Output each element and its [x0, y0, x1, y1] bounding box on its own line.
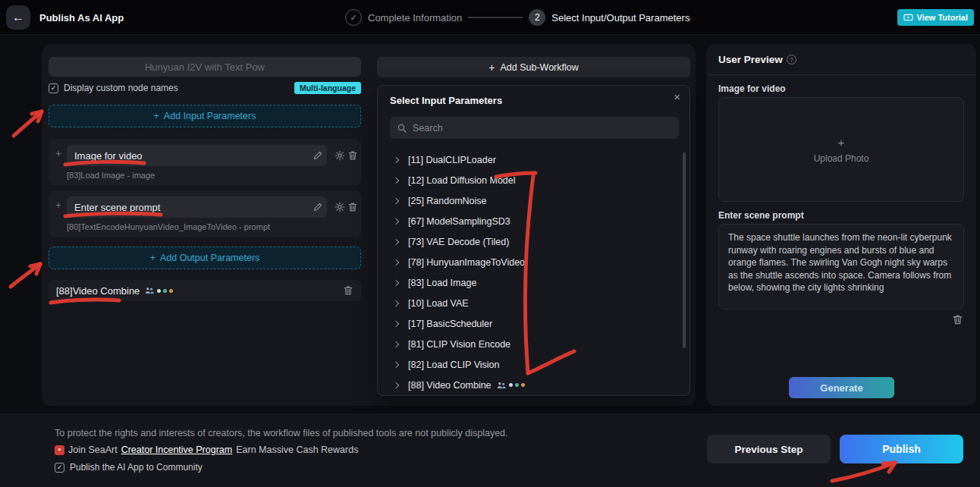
plus-icon: + — [488, 61, 495, 74]
plus-icon: + — [838, 136, 845, 149]
workflow-name-input[interactable] — [49, 57, 361, 77]
display-node-names-label: Display custom node names — [64, 83, 178, 93]
add-input-parameters-button[interactable]: + Add Input Parameters — [49, 105, 361, 127]
param-name-input[interactable] — [67, 196, 327, 218]
publish-ai-app-page: ← Publish As AI App ✓ Complete Informati… — [0, 0, 980, 487]
list-item[interactable]: [10] Load VAE — [390, 293, 674, 313]
step2-circle: 2 — [529, 9, 545, 26]
trash-icon[interactable] — [347, 150, 358, 161]
status-dot-icon — [515, 383, 519, 387]
multi-language-badge[interactable]: Multi-language — [294, 82, 361, 94]
chevron-right-icon — [393, 218, 399, 224]
annotation-arrow-add-output — [11, 264, 40, 287]
panel-title: Select Input Parameters — [390, 95, 502, 106]
list-item-label: [17] BasicScheduler — [408, 319, 492, 329]
list-item-label: [67] ModelSamplingSD3 — [408, 216, 510, 227]
list-item[interactable]: [78] HunyuanImageToVideo — [390, 252, 674, 272]
list-item[interactable]: [81] CLIP Vision Encode — [390, 334, 674, 354]
param-source-label: [80]TextEncodeHunyuanVideo_ImageToVideo … — [67, 222, 270, 231]
trash-icon[interactable] — [343, 285, 353, 296]
search-input[interactable] — [413, 123, 663, 134]
chevron-right-icon — [393, 156, 399, 162]
list-item[interactable]: [67] ModelSamplingSD3 — [390, 211, 674, 231]
node-list: [11] DualCLIPLoader [12] Load Diffusion … — [390, 149, 674, 395]
image-field-label: Image for video — [718, 83, 786, 94]
user-preview-card: User Preview ? Image for video + Upload … — [706, 44, 976, 406]
list-item[interactable]: [11] DualCLIPLoader — [390, 149, 674, 170]
list-item-label: [88] Video Combine — [408, 380, 492, 391]
plus-icon: + — [150, 253, 155, 263]
annotation-arrowhead — [30, 264, 40, 266]
publish-community-checkbox[interactable]: ✓ — [55, 463, 64, 473]
annotation-arrowhead — [36, 264, 40, 274]
prompt-field-label: Enter scene prompt — [718, 210, 804, 221]
user-preview-header: User Preview ? — [718, 54, 796, 65]
display-node-names-checkbox[interactable]: ✓ — [49, 83, 58, 93]
view-tutorial-button[interactable]: View Tutorial — [897, 9, 974, 26]
check-icon: ✓ — [350, 13, 357, 23]
previous-step-button[interactable]: Previous Step — [707, 435, 831, 463]
list-item-label: [11] DualCLIPLoader — [408, 155, 496, 165]
list-item-label: [81] CLIP Vision Encode — [408, 339, 510, 350]
param-name-input[interactable] — [67, 145, 327, 166]
join-prefix: Join SeaArt — [68, 445, 118, 455]
list-scrollbar[interactable] — [683, 152, 686, 348]
footer-bar: To protect the rights and interests of c… — [0, 413, 980, 487]
edit-pencil-icon[interactable] — [313, 202, 323, 212]
join-suffix: Earn Massive Cash Rewards — [236, 445, 358, 455]
users-icon — [496, 382, 507, 389]
list-item[interactable]: [82] Load CLIP Vision — [390, 354, 674, 375]
display-node-names-row: ✓ Display custom node names Multi-langua… — [49, 82, 361, 94]
output-param-label: [88]Video Combine — [56, 285, 140, 297]
user-preview-title: User Preview — [718, 54, 783, 65]
list-item[interactable]: [88] Video Combine — [390, 375, 674, 395]
list-item[interactable]: [83] Load Image — [390, 272, 674, 293]
chevron-right-icon — [393, 341, 399, 347]
list-item-label: [10] Load VAE — [408, 298, 469, 309]
check-icon: ✓ — [51, 84, 57, 92]
gear-icon[interactable] — [335, 150, 345, 161]
creator-incentive-link[interactable]: Creator Incentive Program — [121, 445, 233, 455]
stepper-connector — [468, 17, 523, 18]
list-item[interactable]: [25] RandomNoise — [390, 190, 674, 211]
rights-notice: To protect the rights and interests of c… — [55, 428, 508, 438]
output-param-row[interactable]: [88]Video Combine — [49, 280, 361, 301]
chevron-right-icon — [393, 238, 399, 244]
add-output-parameters-button[interactable]: + Add Output Parameters — [49, 247, 361, 269]
chevron-right-icon — [393, 320, 399, 326]
list-item-label: [78] HunyuanImageToVideo — [408, 257, 525, 268]
drag-handle-icon[interactable]: + — [55, 147, 61, 159]
help-icon[interactable]: ? — [787, 55, 796, 64]
red-packet-icon — [55, 445, 64, 455]
tutorial-screen-icon — [903, 14, 913, 22]
publish-button[interactable]: Publish — [840, 435, 963, 463]
add-sub-workflow-label: Add Sub-Workflow — [500, 62, 578, 73]
upload-photo-dropzone[interactable]: + Upload Photo — [718, 97, 964, 202]
status-dot-icon — [509, 383, 513, 387]
status-dot-icon — [163, 289, 167, 293]
search-box — [390, 117, 679, 139]
scene-prompt-textarea[interactable]: The space shuttle launches from the neon… — [718, 224, 964, 309]
drag-handle-icon[interactable]: + — [55, 199, 61, 211]
list-item[interactable]: [73] VAE Decode (Tiled) — [390, 231, 674, 252]
list-item-label: [82] Load CLIP Vision — [408, 360, 499, 370]
chevron-right-icon — [393, 382, 399, 388]
step2-label: Select Input/Output Parameters — [551, 12, 689, 24]
edit-pencil-icon[interactable] — [313, 150, 323, 161]
divider — [706, 74, 976, 75]
step1-circle: ✓ — [345, 9, 362, 26]
close-icon[interactable]: × — [674, 90, 680, 103]
trash-icon[interactable] — [952, 314, 963, 325]
list-item-label: [73] VAE Decode (Tiled) — [408, 237, 509, 247]
generate-button[interactable]: Generate — [789, 377, 894, 398]
list-item[interactable]: [12] Load Diffusion Model — [390, 170, 674, 190]
add-sub-workflow-button[interactable]: + Add Sub-Workflow — [377, 57, 690, 77]
trash-icon[interactable] — [347, 202, 358, 212]
gear-icon[interactable] — [335, 202, 345, 212]
plus-icon: + — [154, 111, 159, 121]
back-button[interactable]: ← — [6, 5, 30, 30]
users-icon — [144, 287, 155, 294]
chevron-right-icon — [393, 259, 399, 265]
upload-photo-label: Upload Photo — [814, 153, 869, 164]
list-item[interactable]: [17] BasicScheduler — [390, 313, 674, 334]
